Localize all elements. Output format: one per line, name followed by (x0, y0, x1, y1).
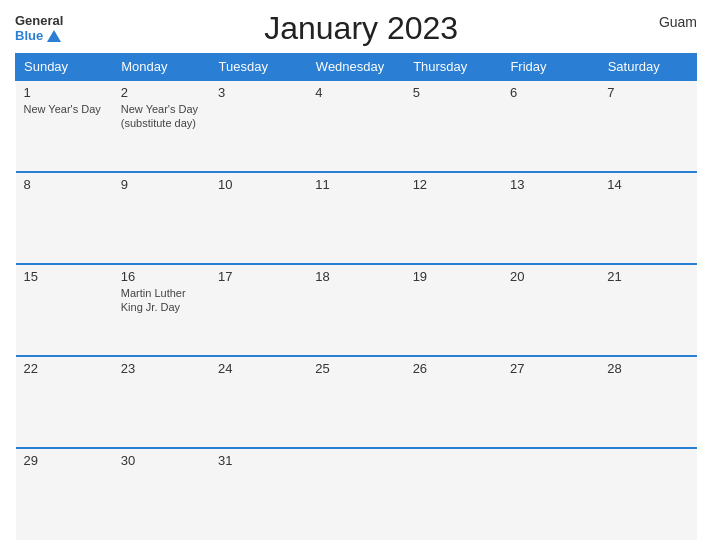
col-monday: Monday (113, 54, 210, 81)
day-number: 23 (121, 361, 202, 376)
calendar-cell: 31 (210, 448, 307, 540)
calendar-cell: 26 (405, 356, 502, 448)
calendar-week-5: 293031 (16, 448, 697, 540)
calendar-cell: 19 (405, 264, 502, 356)
day-number: 27 (510, 361, 591, 376)
logo-general-text: General (15, 14, 63, 28)
day-number: 30 (121, 453, 202, 468)
calendar-body: 1New Year's Day2New Year's Day (substitu… (16, 80, 697, 540)
day-number: 6 (510, 85, 591, 100)
day-number: 18 (315, 269, 396, 284)
calendar-cell: 23 (113, 356, 210, 448)
calendar-cell: 6 (502, 80, 599, 172)
calendar-cell: 12 (405, 172, 502, 264)
day-number: 8 (24, 177, 105, 192)
day-number: 25 (315, 361, 396, 376)
logo-blue-text: Blue (15, 29, 61, 43)
day-number: 3 (218, 85, 299, 100)
day-number: 14 (607, 177, 688, 192)
calendar-cell: 15 (16, 264, 113, 356)
region-label: Guam (659, 14, 697, 30)
calendar-cell: 20 (502, 264, 599, 356)
calendar-cell: 28 (599, 356, 696, 448)
calendar-cell: 3 (210, 80, 307, 172)
day-number: 2 (121, 85, 202, 100)
day-number: 5 (413, 85, 494, 100)
calendar-cell: 25 (307, 356, 404, 448)
day-number: 15 (24, 269, 105, 284)
calendar-cell: 4 (307, 80, 404, 172)
col-sunday: Sunday (16, 54, 113, 81)
calendar-table: Sunday Monday Tuesday Wednesday Thursday… (15, 53, 697, 540)
day-number: 21 (607, 269, 688, 284)
calendar-cell: 22 (16, 356, 113, 448)
calendar-cell: 13 (502, 172, 599, 264)
day-number: 10 (218, 177, 299, 192)
calendar-week-2: 891011121314 (16, 172, 697, 264)
calendar-cell: 2New Year's Day (substitute day) (113, 80, 210, 172)
calendar-page: General Blue January 2023 Guam Sunday Mo… (0, 0, 712, 550)
calendar-cell: 27 (502, 356, 599, 448)
calendar-cell (599, 448, 696, 540)
day-number: 16 (121, 269, 202, 284)
day-number: 11 (315, 177, 396, 192)
calendar-cell: 9 (113, 172, 210, 264)
logo-triangle-icon (47, 30, 61, 42)
day-number: 24 (218, 361, 299, 376)
day-number: 20 (510, 269, 591, 284)
col-thursday: Thursday (405, 54, 502, 81)
calendar-week-4: 22232425262728 (16, 356, 697, 448)
calendar-week-3: 1516Martin Luther King Jr. Day1718192021 (16, 264, 697, 356)
calendar-cell: 8 (16, 172, 113, 264)
calendar-cell: 5 (405, 80, 502, 172)
calendar-cell: 18 (307, 264, 404, 356)
day-number: 31 (218, 453, 299, 468)
calendar-header: General Blue January 2023 Guam (15, 10, 697, 47)
page-title: January 2023 (63, 10, 658, 47)
col-tuesday: Tuesday (210, 54, 307, 81)
calendar-cell (405, 448, 502, 540)
day-number: 22 (24, 361, 105, 376)
calendar-cell: 30 (113, 448, 210, 540)
calendar-cell: 24 (210, 356, 307, 448)
holiday-label: New Year's Day (substitute day) (121, 102, 202, 131)
day-number: 19 (413, 269, 494, 284)
day-number: 1 (24, 85, 105, 100)
calendar-cell (307, 448, 404, 540)
calendar-cell: 21 (599, 264, 696, 356)
calendar-cell: 17 (210, 264, 307, 356)
day-number: 7 (607, 85, 688, 100)
calendar-cell: 7 (599, 80, 696, 172)
day-number: 26 (413, 361, 494, 376)
col-saturday: Saturday (599, 54, 696, 81)
calendar-cell: 10 (210, 172, 307, 264)
calendar-cell: 16Martin Luther King Jr. Day (113, 264, 210, 356)
logo: General Blue (15, 14, 63, 43)
calendar-cell: 29 (16, 448, 113, 540)
day-number: 12 (413, 177, 494, 192)
day-number: 9 (121, 177, 202, 192)
holiday-label: New Year's Day (24, 102, 105, 116)
day-number: 17 (218, 269, 299, 284)
calendar-cell: 1New Year's Day (16, 80, 113, 172)
calendar-week-1: 1New Year's Day2New Year's Day (substitu… (16, 80, 697, 172)
col-friday: Friday (502, 54, 599, 81)
calendar-cell (502, 448, 599, 540)
calendar-cell: 14 (599, 172, 696, 264)
calendar-cell: 11 (307, 172, 404, 264)
day-number: 29 (24, 453, 105, 468)
day-number: 4 (315, 85, 396, 100)
calendar-header-row: Sunday Monday Tuesday Wednesday Thursday… (16, 54, 697, 81)
day-number: 13 (510, 177, 591, 192)
holiday-label: Martin Luther King Jr. Day (121, 286, 202, 315)
col-wednesday: Wednesday (307, 54, 404, 81)
day-number: 28 (607, 361, 688, 376)
